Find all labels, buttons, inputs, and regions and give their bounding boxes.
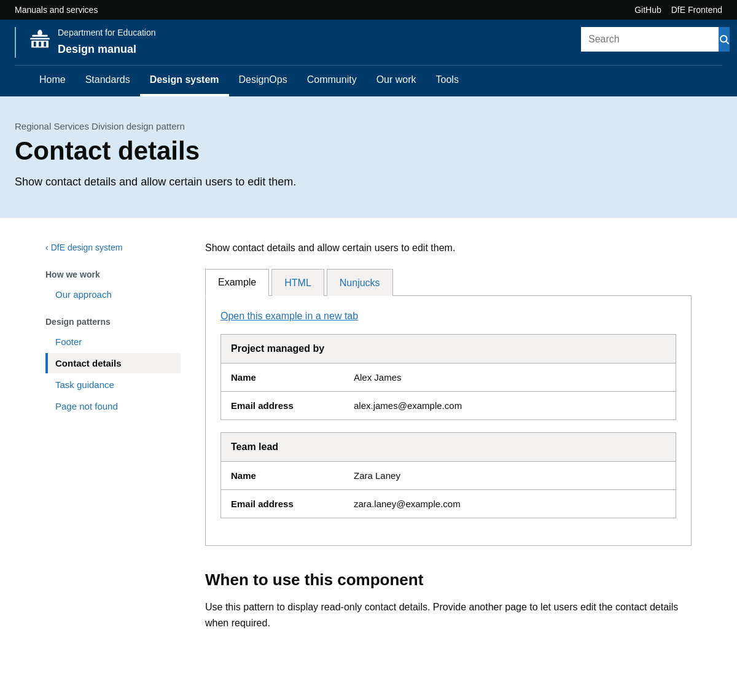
sidebar: ‹ DfE design system How we work Our appr… [45, 243, 181, 631]
sidebar-section-design-patterns: Design patterns Footer Contact details T… [45, 317, 181, 416]
svg-point-7 [720, 36, 727, 42]
github-link[interactable]: GitHub [634, 5, 661, 15]
sidebar-item-task-guidance: Task guidance [45, 375, 181, 395]
crown-logo-icon [28, 27, 52, 50]
nav-item-tools: Tools [426, 66, 469, 96]
table-row: Email address alex.james@example.com [221, 392, 676, 419]
top-bar: Manuals and services GitHub DfE Frontend [0, 0, 737, 20]
svg-rect-6 [44, 42, 46, 47]
nav-link-design-system[interactable]: Design system [140, 66, 229, 96]
when-to-use-heading: When to use this component [205, 570, 692, 589]
open-in-new-tab-link[interactable]: Open this example in a new tab [220, 311, 358, 322]
svg-rect-5 [39, 42, 41, 47]
contact-value-email-1: alex.james@example.com [354, 400, 462, 411]
contact-value-email-2: zara.laney@example.com [354, 499, 461, 509]
contact-table-header-project: Project managed by [221, 335, 676, 364]
chevron-left-icon: ‹ [45, 243, 49, 252]
main-nav: Home Standards Design system DesignOps C… [15, 65, 722, 96]
dfe-frontend-link[interactable]: DfE Frontend [671, 5, 722, 15]
logo-divider [15, 27, 16, 58]
sidebar-item-contact-details: Contact details [45, 353, 181, 373]
nav-item-standards: Standards [76, 66, 140, 96]
sidebar-link-footer[interactable]: Footer [48, 332, 181, 352]
tab-nunjucks[interactable]: Nunjucks [327, 269, 393, 296]
table-row: Email address zara.laney@example.com [221, 490, 676, 518]
content-intro: Show contact details and allow certain u… [205, 243, 692, 254]
hero-breadcrumb: Regional Services Division design patter… [15, 121, 722, 131]
contact-value-name-1: Alex James [354, 372, 402, 383]
nav-link-home[interactable]: Home [29, 66, 76, 96]
sidebar-section-title-how-we-work: How we work [45, 270, 181, 279]
sidebar-back-link[interactable]: ‹ DfE design system [45, 243, 181, 252]
tab-example[interactable]: Example [205, 269, 269, 296]
search-button[interactable] [719, 27, 730, 52]
nav-list: Home Standards Design system DesignOps C… [15, 66, 722, 96]
svg-rect-1 [32, 35, 47, 37]
contact-table-project: Project managed by Name Alex James Email… [220, 334, 676, 420]
contact-table-team-lead: Team lead Name Zara Laney Email address … [220, 432, 676, 518]
sidebar-link-our-approach[interactable]: Our approach [48, 284, 181, 305]
nav-item-designops: DesignOps [229, 66, 297, 96]
contact-table-header-team-lead: Team lead [221, 433, 676, 462]
sidebar-link-contact-details[interactable]: Contact details [48, 353, 181, 373]
contact-value-name-2: Zara Laney [354, 470, 400, 481]
header-top: Department for Education Design manual [15, 27, 722, 65]
hero-title: Contact details [15, 136, 722, 166]
tab-html[interactable]: HTML [271, 269, 324, 296]
content-wrapper: ‹ DfE design system How we work Our appr… [31, 218, 706, 655]
nav-link-community[interactable]: Community [297, 66, 367, 96]
when-to-use-text: Use this pattern to display read-only co… [205, 599, 692, 631]
main-content: Show contact details and allow certain u… [205, 243, 692, 631]
hero-section: Regional Services Division design patter… [0, 96, 737, 218]
tabs: Example HTML Nunjucks [205, 268, 692, 296]
contact-label-name-2: Name [231, 470, 354, 481]
manuals-services-link[interactable]: Manuals and services [15, 5, 98, 15]
nav-link-tools[interactable]: Tools [426, 66, 469, 96]
logo-text: Department for Education Design manual [58, 27, 156, 57]
hero-description: Show contact details and allow certain u… [15, 176, 722, 189]
sidebar-item-page-not-found: Page not found [45, 396, 181, 416]
contact-label-name-1: Name [231, 372, 354, 383]
contact-label-email-2: Email address [231, 499, 354, 509]
sidebar-nav-design-patterns: Footer Contact details Task guidance Pag… [45, 332, 181, 416]
nav-item-our-work: Our work [367, 66, 426, 96]
top-bar-right: GitHub DfE Frontend [634, 5, 722, 15]
contact-label-email-1: Email address [231, 400, 354, 411]
nav-link-designops[interactable]: DesignOps [229, 66, 297, 96]
sidebar-item-our-approach: Our approach [45, 284, 181, 305]
site-header: Department for Education Design manual H… [0, 20, 737, 96]
sidebar-item-footer: Footer [45, 332, 181, 352]
search-icon [719, 34, 730, 45]
nav-item-home: Home [29, 66, 76, 96]
sidebar-link-page-not-found[interactable]: Page not found [48, 396, 181, 416]
top-bar-left: Manuals and services [15, 5, 98, 15]
search-input[interactable] [581, 27, 719, 52]
sidebar-section-how-we-work: How we work Our approach [45, 270, 181, 305]
nav-link-our-work[interactable]: Our work [367, 66, 426, 96]
nav-link-standards[interactable]: Standards [76, 66, 140, 96]
tab-panel-example: Open this example in a new tab Project m… [205, 296, 692, 546]
table-row: Name Alex James [221, 364, 676, 392]
sidebar-section-title-design-patterns: Design patterns [45, 317, 181, 327]
sidebar-nav-how-we-work: Our approach [45, 284, 181, 305]
svg-rect-4 [34, 42, 36, 47]
nav-item-design-system: Design system [140, 66, 229, 96]
nav-item-community: Community [297, 66, 367, 96]
svg-rect-2 [30, 38, 50, 40]
table-row: Name Zara Laney [221, 462, 676, 490]
sidebar-link-task-guidance[interactable]: Task guidance [48, 375, 181, 395]
logo-link[interactable]: Department for Education Design manual [15, 27, 156, 58]
search-box [581, 27, 722, 52]
svg-line-8 [726, 41, 728, 44]
sidebar-back-label: DfE design system [51, 243, 123, 252]
